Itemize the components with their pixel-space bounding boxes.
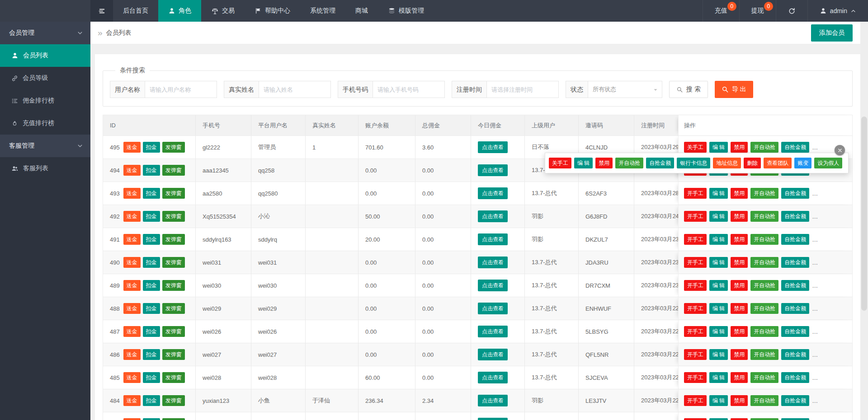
- toggle-manual-button[interactable]: 开手工: [684, 326, 707, 337]
- grab-amount-button[interactable]: 自抢金额: [781, 280, 809, 291]
- grab-amount-button[interactable]: 自抢金额: [781, 303, 809, 314]
- grab-amount-button[interactable]: 自抢金额: [781, 372, 809, 383]
- phone-input[interactable]: [373, 81, 445, 98]
- toggle-manual-button[interactable]: 关手工: [684, 142, 707, 153]
- popup-message-button[interactable]: 发弹窗: [162, 303, 185, 314]
- sidebar-group-header[interactable]: 会员管理: [0, 22, 90, 44]
- realname-input[interactable]: [259, 81, 331, 98]
- edit-button[interactable]: 编 辑: [709, 234, 728, 245]
- disable-button[interactable]: 禁用: [731, 257, 748, 268]
- auto-grab-button[interactable]: 开自动抢: [750, 418, 778, 420]
- auto-grab-button[interactable]: 开自动抢: [750, 326, 778, 337]
- send-money-button[interactable]: 送金: [123, 234, 141, 245]
- nav-item[interactable]: 交易: [201, 0, 245, 22]
- auto-grab-button[interactable]: 开自动抢: [750, 349, 778, 360]
- send-money-button[interactable]: 送金: [123, 257, 141, 268]
- refresh-button[interactable]: [776, 0, 807, 22]
- disable-button[interactable]: 禁用: [595, 158, 613, 168]
- send-money-button[interactable]: 送金: [123, 280, 141, 291]
- popup-message-button[interactable]: 发弹窗: [162, 234, 185, 245]
- auto-grab-button[interactable]: 开自动抢: [615, 158, 643, 168]
- more-actions-button[interactable]: …: [812, 259, 818, 266]
- disable-button[interactable]: 禁用: [731, 142, 748, 153]
- username-input[interactable]: [145, 81, 217, 98]
- edit-button[interactable]: 编 辑: [709, 372, 728, 383]
- deduct-money-button[interactable]: 扣金: [143, 142, 160, 153]
- view-today-commission-button[interactable]: 点击查看: [478, 141, 508, 153]
- grab-amount-button[interactable]: 自抢金额: [781, 349, 809, 360]
- disable-button[interactable]: 禁用: [731, 188, 748, 199]
- nav-item[interactable]: 系统管理: [300, 0, 345, 22]
- disable-button[interactable]: 禁用: [731, 418, 748, 420]
- send-money-button[interactable]: 送金: [123, 395, 141, 406]
- edit-button[interactable]: 编 辑: [709, 142, 728, 153]
- popup-message-button[interactable]: 发弹窗: [162, 188, 185, 199]
- more-actions-button[interactable]: …: [812, 351, 818, 358]
- search-button[interactable]: 搜 索: [669, 81, 708, 98]
- grab-amount-button[interactable]: 自抢金额: [781, 142, 809, 153]
- set-fake-user-button[interactable]: 设为假人: [814, 158, 842, 168]
- disable-button[interactable]: 禁用: [731, 280, 748, 291]
- popup-message-button[interactable]: 发弹窗: [162, 349, 185, 360]
- grab-amount-button[interactable]: 自抢金额: [781, 234, 809, 245]
- edit-button[interactable]: 编 辑: [709, 280, 728, 291]
- address-info-button[interactable]: 地址信息: [713, 158, 741, 168]
- more-actions-button[interactable]: …: [812, 144, 818, 151]
- send-money-button[interactable]: 送金: [123, 349, 141, 360]
- popup-message-button[interactable]: 发弹窗: [162, 326, 185, 337]
- auto-grab-button[interactable]: 开自动抢: [750, 280, 778, 291]
- delete-button[interactable]: 删除: [744, 158, 761, 168]
- popup-message-button[interactable]: 发弹窗: [162, 165, 185, 176]
- deduct-money-button[interactable]: 扣金: [143, 303, 160, 314]
- sidebar-item[interactable]: 会员列表: [0, 44, 90, 67]
- deduct-money-button[interactable]: 扣金: [143, 418, 160, 420]
- edit-button[interactable]: 编 辑: [709, 211, 728, 222]
- nav-item-recharge[interactable]: 充值 0: [703, 0, 739, 22]
- deduct-money-button[interactable]: 扣金: [143, 211, 160, 222]
- grab-amount-button[interactable]: 自抢金额: [781, 188, 809, 199]
- send-money-button[interactable]: 送金: [123, 188, 141, 199]
- send-money-button[interactable]: 送金: [123, 142, 141, 153]
- view-today-commission-button[interactable]: 点击查看: [478, 349, 508, 360]
- auto-grab-button[interactable]: 开自动抢: [750, 211, 778, 222]
- grab-amount-button[interactable]: 自抢金额: [781, 326, 809, 337]
- vertical-scrollbar[interactable]: [860, 22, 868, 420]
- view-today-commission-button[interactable]: 点击查看: [478, 326, 508, 337]
- view-today-commission-button[interactable]: 点击查看: [478, 164, 508, 176]
- disable-button[interactable]: 禁用: [731, 349, 748, 360]
- status-select[interactable]: 所有状态: [588, 81, 662, 98]
- disable-button[interactable]: 禁用: [731, 303, 748, 314]
- deduct-money-button[interactable]: 扣金: [143, 280, 160, 291]
- popup-message-button[interactable]: 发弹窗: [162, 418, 185, 420]
- bank-card-info-button[interactable]: 银行卡信息: [677, 158, 710, 168]
- popup-message-button[interactable]: 发弹窗: [162, 372, 185, 383]
- sidebar-group-header[interactable]: 客服管理: [0, 135, 90, 157]
- deduct-money-button[interactable]: 扣金: [143, 349, 160, 360]
- deduct-money-button[interactable]: 扣金: [143, 372, 160, 383]
- toggle-manual-button[interactable]: 开手工: [684, 188, 707, 199]
- nav-item[interactable]: 模版管理: [378, 0, 434, 22]
- send-money-button[interactable]: 送金: [123, 418, 141, 420]
- edit-button[interactable]: 编 辑: [709, 349, 728, 360]
- more-actions-button[interactable]: …: [812, 282, 818, 289]
- view-team-button[interactable]: 查看团队: [764, 158, 792, 168]
- send-money-button[interactable]: 送金: [123, 303, 141, 314]
- toggle-manual-button[interactable]: 开手工: [684, 211, 707, 222]
- disable-button[interactable]: 禁用: [731, 326, 748, 337]
- popup-close-button[interactable]: [835, 145, 845, 155]
- toggle-manual-button[interactable]: 开手工: [684, 303, 707, 314]
- popup-message-button[interactable]: 发弹窗: [162, 142, 185, 153]
- disable-button[interactable]: 禁用: [731, 211, 748, 222]
- more-actions-button[interactable]: …: [812, 374, 818, 381]
- grab-amount-button[interactable]: 自抢金额: [781, 211, 809, 222]
- send-money-button[interactable]: 送金: [123, 211, 141, 222]
- view-today-commission-button[interactable]: 点击查看: [478, 233, 508, 245]
- grab-amount-button[interactable]: 自抢金额: [781, 418, 809, 420]
- popup-message-button[interactable]: 发弹窗: [162, 211, 185, 222]
- toggle-manual-button[interactable]: 开手工: [684, 349, 707, 360]
- nav-item[interactable]: 帮助中心: [245, 0, 300, 22]
- auto-grab-button[interactable]: 开自动抢: [750, 234, 778, 245]
- more-actions-button[interactable]: …: [812, 397, 818, 404]
- deduct-money-button[interactable]: 扣金: [143, 234, 160, 245]
- auto-grab-button[interactable]: 开自动抢: [750, 142, 778, 153]
